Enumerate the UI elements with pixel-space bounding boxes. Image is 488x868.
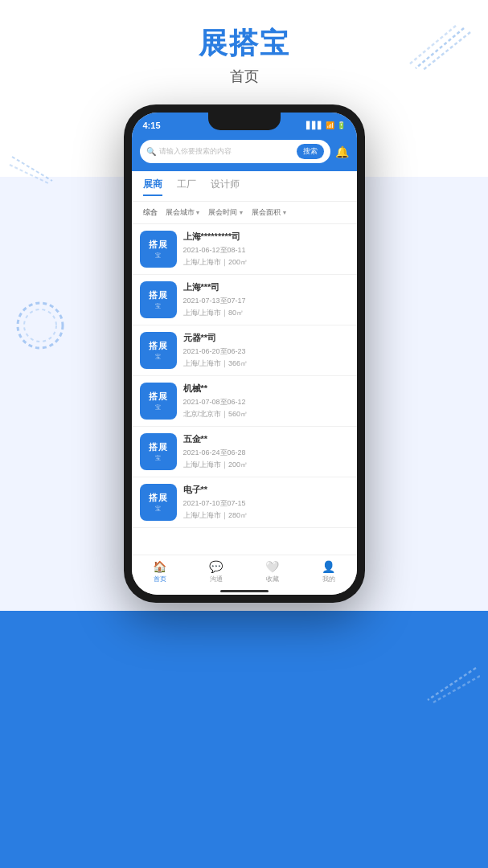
company-name-2: 元器**司 [183, 332, 349, 344]
company-date-0: 2021-06-12至08-11 [183, 245, 349, 256]
nav-home-label: 首页 [154, 575, 166, 583]
app-title-section: 展搭宝 首页 [0, 24, 488, 86]
app-title: 展搭宝 [0, 24, 488, 63]
search-section: 🔍 请输入你要搜索的内容 搜索 🔔 [132, 135, 357, 171]
wifi-icon: 📶 [326, 121, 334, 129]
phone-wrapper: 4:15 ▋▋▋ 📶 🔋 🔍 请输入你要搜索的内容 搜索 🔔 [124, 104, 365, 603]
home-icon: 🏠 [153, 560, 166, 573]
company-name-5: 电子** [183, 484, 349, 496]
tab-designer[interactable]: 设计师 [211, 178, 240, 196]
nav-profile-label: 我的 [322, 575, 335, 583]
tab-navigation: 展商 工厂 设计师 [132, 171, 357, 202]
company-name-3: 机械** [183, 383, 349, 395]
list-item[interactable]: 搭展 宝 上海*********司 2021-06-12至08-11 上海/上海… [132, 224, 357, 275]
filter-all[interactable]: 综合 [140, 206, 161, 219]
company-logo-5: 搭展 宝 [140, 484, 177, 521]
phone-screen: 4:15 ▋▋▋ 📶 🔋 🔍 请输入你要搜索的内容 搜索 🔔 [132, 113, 357, 595]
filter-area[interactable]: 展会面积 ▼ [248, 206, 290, 219]
home-bar [220, 590, 269, 592]
company-location-5: 上海/上海市｜280㎡ [183, 510, 349, 521]
company-info-4: 五金** 2021-06-24至06-28 上海/上海市｜200㎡ [183, 433, 349, 470]
bottom-navigation: 🏠 首页 💬 沟通 🤍 收藏 👤 我的 [132, 555, 357, 587]
list-item[interactable]: 搭展 宝 电子** 2021-07-10至07-15 上海/上海市｜280㎡ [132, 477, 357, 528]
company-location-3: 北京/北京市｜560㎡ [183, 409, 349, 420]
user-icon: 👤 [322, 560, 335, 573]
svg-line-7 [428, 668, 476, 700]
battery-icon: 🔋 [337, 121, 346, 129]
status-icons: ▋▋▋ 📶 🔋 [306, 121, 346, 129]
company-logo-4: 搭展 宝 [140, 433, 177, 470]
list-item[interactable]: 搭展 宝 机械** 2021-07-08至06-12 北京/北京市｜560㎡ [132, 376, 357, 427]
home-indicator [132, 587, 357, 595]
phone-notch [208, 113, 281, 130]
list-item[interactable]: 搭展 宝 上海***司 2021-07-13至07-17 上海/上海市｜80㎡ [132, 275, 357, 326]
list-item[interactable]: 搭展 宝 元器**司 2021-06-20至06-23 上海/上海市｜366㎡ [132, 326, 357, 376]
company-list: 搭展 宝 上海*********司 2021-06-12至08-11 上海/上海… [132, 224, 357, 555]
deco-lines-bottom-right [424, 664, 480, 707]
search-bar[interactable]: 🔍 请输入你要搜索的内容 搜索 [140, 140, 330, 163]
search-icon: 🔍 [146, 147, 156, 156]
filter-time-arrow: ▼ [238, 210, 244, 215]
company-date-2: 2021-06-20至06-23 [183, 346, 349, 357]
company-name-0: 上海*********司 [183, 231, 349, 243]
nav-favorite[interactable]: 🤍 收藏 [244, 560, 301, 583]
company-location-0: 上海/上海市｜200㎡ [183, 257, 349, 268]
notification-bell-icon[interactable]: 🔔 [335, 145, 349, 158]
signal-icon: ▋▋▋ [306, 121, 323, 129]
company-date-4: 2021-06-24至06-28 [183, 448, 349, 458]
filter-time[interactable]: 展会时间 ▼ [205, 206, 247, 219]
chat-icon: 💬 [209, 560, 223, 573]
phone-frame: 4:15 ▋▋▋ 📶 🔋 🔍 请输入你要搜索的内容 搜索 🔔 [124, 104, 365, 603]
company-date-5: 2021-07-10至07-15 [183, 498, 349, 509]
filter-city-arrow: ▼ [195, 210, 201, 215]
status-time: 4:15 [143, 121, 161, 130]
company-info-2: 元器**司 2021-06-20至06-23 上海/上海市｜366㎡ [183, 332, 349, 369]
svg-point-6 [24, 309, 56, 342]
company-location-4: 上海/上海市｜200㎡ [183, 460, 349, 470]
nav-profile[interactable]: 👤 我的 [301, 560, 357, 583]
deco-circle-left [12, 297, 68, 357]
search-button[interactable]: 搜索 [297, 144, 324, 159]
filter-row: 综合 展会城市 ▼ 展会时间 ▼ 展会面积 ▼ [132, 202, 357, 224]
tab-factory[interactable]: 工厂 [177, 178, 196, 196]
nav-message-label: 沟通 [210, 575, 223, 583]
company-info-0: 上海*********司 2021-06-12至08-11 上海/上海市｜200… [183, 231, 349, 268]
company-info-3: 机械** 2021-07-08至06-12 北京/北京市｜560㎡ [183, 383, 349, 420]
list-item[interactable]: 搭展 宝 五金** 2021-06-24至06-28 上海/上海市｜200㎡ [132, 427, 357, 477]
search-placeholder-text: 请输入你要搜索的内容 [159, 146, 293, 157]
company-location-1: 上海/上海市｜80㎡ [183, 308, 349, 318]
nav-favorite-label: 收藏 [266, 575, 279, 583]
filter-area-arrow: ▼ [281, 210, 287, 215]
company-logo-3: 搭展 宝 [140, 383, 177, 420]
company-info-5: 电子** 2021-07-10至07-15 上海/上海市｜280㎡ [183, 484, 349, 521]
company-logo-0: 搭展 宝 [140, 231, 177, 268]
company-name-1: 上海***司 [183, 281, 349, 293]
company-logo-2: 搭展 宝 [140, 332, 177, 369]
company-info-1: 上海***司 2021-07-13至07-17 上海/上海市｜80㎡ [183, 281, 349, 318]
app-subtitle: 首页 [0, 67, 488, 86]
tab-exhibitor[interactable]: 展商 [143, 178, 162, 196]
nav-home[interactable]: 🏠 首页 [132, 560, 188, 583]
svg-line-3 [12, 157, 52, 181]
deco-lines-mid-left [8, 153, 56, 188]
heart-icon: 🤍 [265, 560, 279, 573]
company-date-1: 2021-07-13至07-17 [183, 296, 349, 306]
company-name-4: 五金** [183, 433, 349, 445]
company-date-3: 2021-07-08至06-12 [183, 397, 349, 407]
company-location-2: 上海/上海市｜366㎡ [183, 358, 349, 369]
company-logo-1: 搭展 宝 [140, 281, 177, 318]
nav-message[interactable]: 💬 沟通 [188, 560, 244, 583]
filter-city[interactable]: 展会城市 ▼ [162, 206, 204, 219]
